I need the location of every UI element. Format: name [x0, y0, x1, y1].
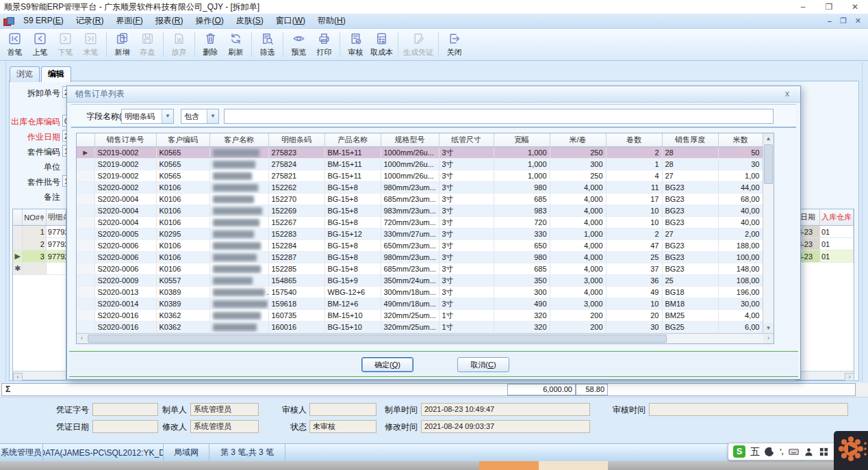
grid-row[interactable]: 8-2301: [796, 250, 854, 263]
current-row-marker[interactable]: ▶: [13, 250, 23, 263]
row-selector[interactable]: [77, 298, 94, 310]
sales-order-row[interactable]: S2020-0002K0106152262BG-15+8980mm/23um..…: [77, 182, 763, 194]
vertical-scrollbar[interactable]: ▲ ▼: [763, 133, 774, 333]
sales-order-row[interactable]: S2020-0006K0106152285BG-15+8685mm/23um..…: [77, 263, 763, 275]
grid-row[interactable]: 8-2301: [796, 226, 854, 238]
hscroll-left-arrow-icon[interactable]: ‹: [13, 373, 23, 381]
minimize-icon[interactable]: –: [790, 0, 816, 14]
chevron-down-icon[interactable]: ▼: [162, 109, 173, 123]
sales-order-row[interactable]: S2020-0014K0389 ..159618BM-12+6490mm/18u…: [77, 298, 763, 310]
operator-select[interactable]: 包含 ▼: [181, 109, 219, 124]
toolbar-button-new-doc[interactable]: 新增: [110, 31, 135, 57]
row-selector[interactable]: [77, 263, 94, 275]
toolbar-button-refresh[interactable]: 刷新: [223, 31, 248, 57]
column-header-no[interactable]: NO#: [23, 209, 47, 226]
row-selector[interactable]: [13, 226, 23, 238]
row-selector[interactable]: [77, 310, 94, 322]
dialog-close-icon[interactable]: x: [781, 86, 793, 101]
column-header-3[interactable]: 客户名称: [209, 133, 268, 147]
sales-order-row[interactable]: S2020-0006K0106152287BG-15+8980mm/23um..…: [77, 252, 763, 263]
sales-order-row[interactable]: S2020-0009K0557154865BG-15+9350mm/24um..…: [77, 275, 763, 287]
sales-order-row[interactable]: ▶S2019-0002K0565275823BM-15+111000mm/26u…: [77, 147, 763, 159]
sales-order-row[interactable]: S2020-0004K0106152269BG-15+8983mm/23um..…: [77, 205, 763, 217]
row-selector[interactable]: [77, 217, 94, 229]
column-header-barcode[interactable]: 明细条码: [46, 209, 66, 226]
column-header-11[interactable]: 销售厚度: [662, 133, 718, 147]
row-selector[interactable]: [77, 287, 94, 298]
field-select[interactable]: 明细条码 ▼: [121, 109, 174, 124]
toolbar-button-trash[interactable]: 删除: [198, 31, 223, 57]
grid-row[interactable]: 297792: [13, 238, 66, 250]
ok-button[interactable]: 确定(Q): [361, 357, 413, 372]
sales-order-row[interactable]: S2020-0016K0362160016BG-15+10320mm/25um.…: [77, 322, 763, 333]
sogou-logo-icon[interactable]: S: [733, 445, 745, 458]
widgets-icon[interactable]: [819, 447, 829, 457]
sales-order-row[interactable]: S2020-0013K0389 .157540WBG-12+6300mm/18u…: [77, 287, 763, 298]
menu-item-0[interactable]: S9 ERP(E): [17, 16, 70, 25]
sales-order-row[interactable]: S2020-0006K0106152284BG-15+8650mm/23um..…: [77, 240, 763, 252]
row-selector[interactable]: [13, 238, 23, 250]
new-row-marker[interactable]: ✱: [13, 263, 23, 275]
scroll-up-icon[interactable]: ▲: [763, 133, 774, 144]
menu-item-1[interactable]: 记录(R): [70, 16, 110, 25]
grid-row[interactable]: ✱: [13, 263, 66, 275]
column-header-2[interactable]: 客户编码: [156, 133, 209, 147]
keyboard-icon[interactable]: [789, 447, 799, 457]
column-header-10[interactable]: 卷数: [606, 133, 662, 147]
sales-order-row[interactable]: S2020-0005K0295152283BG-15+12330mm/27um.…: [77, 229, 763, 240]
column-header-warehouse[interactable]: 入库仓库: [820, 209, 854, 226]
row-selector[interactable]: [77, 322, 94, 333]
column-header-6[interactable]: 规格型号: [381, 133, 439, 147]
moon-icon[interactable]: [765, 447, 775, 457]
grid-row[interactable]: ▶397792: [13, 250, 66, 263]
row-selector[interactable]: [77, 275, 94, 287]
sales-order-row[interactable]: S2020-0004K0106152267BG-15+8720mm/23um..…: [77, 217, 763, 229]
column-header-8[interactable]: 宽幅: [494, 133, 550, 147]
menu-item-4[interactable]: 操作(O): [189, 16, 229, 25]
toolbar-button-close-exit[interactable]: 关闭: [442, 31, 467, 57]
chevron-down-icon[interactable]: ▼: [207, 109, 218, 123]
sales-order-grid[interactable]: 销售订单号客户编码客户名称明细条码产品名称规格型号纸管尺寸宽幅米/卷卷数销售厚度…: [76, 133, 774, 344]
sales-order-row[interactable]: S2020-0016K0362160735BM-15+10320mm/25um.…: [77, 310, 763, 322]
menu-item-7[interactable]: 帮助(H): [311, 16, 352, 25]
dialog-title[interactable]: 销售订单列表: [67, 86, 800, 103]
sales-order-row[interactable]: S2020-0004K0106152270BG-15+8685mm/23um..…: [77, 194, 763, 205]
column-header-9[interactable]: 米/卷: [550, 133, 606, 147]
column-header-5[interactable]: 产品名称: [324, 133, 381, 147]
horizontal-scrollbar[interactable]: ‹ ›: [77, 333, 774, 343]
tab-browse[interactable]: 浏览: [10, 66, 40, 82]
menu-item-3[interactable]: 报表(R): [149, 16, 190, 25]
grid-row[interactable]: 197792: [13, 226, 66, 238]
toolbar-button-first-record[interactable]: 首笔: [2, 31, 27, 57]
row-selector[interactable]: [77, 170, 94, 182]
cancel-button[interactable]: 取消(C): [457, 357, 509, 372]
hscroll-thumb[interactable]: [88, 335, 667, 343]
person-icon[interactable]: [804, 447, 814, 457]
menu-item-6[interactable]: 窗口(W): [270, 16, 311, 25]
scroll-left-icon[interactable]: ‹: [77, 334, 87, 343]
current-row-marker[interactable]: ▶: [77, 147, 94, 159]
grid-row[interactable]: 8-2301: [796, 238, 854, 250]
row-selector[interactable]: [77, 252, 94, 263]
row-selector[interactable]: [77, 159, 94, 170]
tab-edit[interactable]: 编辑: [41, 66, 71, 82]
column-header-12[interactable]: 米数: [718, 133, 763, 147]
screen-recorder-tile[interactable]: [834, 431, 868, 470]
row-selector-header[interactable]: [77, 133, 94, 147]
restore-icon[interactable]: ❐: [816, 0, 842, 14]
scroll-down-icon[interactable]: ▼: [763, 323, 774, 333]
menu-item-2[interactable]: 界面(F): [110, 16, 149, 25]
close-icon[interactable]: ✕: [842, 0, 868, 14]
filter-search-input[interactable]: [224, 109, 774, 124]
toolbar-button-prev-record[interactable]: 上笔: [27, 31, 53, 57]
detail-grid-right[interactable]: 日期入库仓库8-23018-23018-2301: [795, 209, 854, 380]
toolbar-button-preview-eye[interactable]: 预览: [286, 31, 311, 57]
row-selector[interactable]: [77, 229, 94, 240]
detail-grid-left[interactable]: NO#明细条码197792297792▶397792✱: [12, 209, 66, 380]
toolbar-button-printer[interactable]: 打印: [311, 31, 337, 57]
toolbar-button-cost-calculator[interactable]: 取成本: [368, 31, 395, 57]
column-header-7[interactable]: 纸管尺寸: [439, 133, 494, 147]
row-selector[interactable]: [77, 182, 94, 194]
scroll-right-icon[interactable]: ›: [763, 334, 774, 343]
toolbar-button-audit[interactable]: 审核: [343, 31, 368, 57]
